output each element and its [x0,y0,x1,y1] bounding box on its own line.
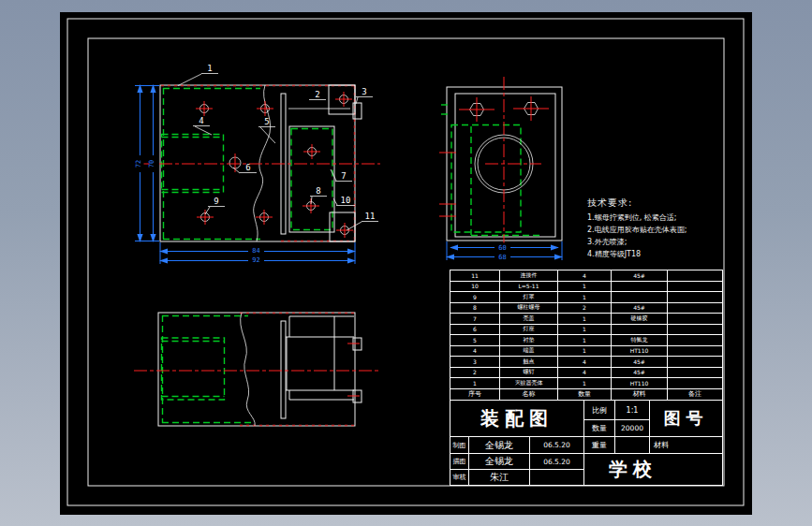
part-no: 8 [450,303,500,314]
checked-by-name: 朱江 [469,470,530,485]
part-remark [668,282,722,293]
tech-req-line: 2.电线应用胶布贴在壳体表面; [587,224,737,236]
col-header-no: 序号 [450,389,500,401]
material-label: 材料 [650,437,722,454]
traced-by-name: 全锡龙 [469,454,530,470]
svg-text:2: 2 [315,90,319,99]
part-remark [668,357,722,368]
dim-side-width-outer: 68 [498,254,506,261]
technical-requirements: 技术要求: 1.螺母拧紧到位, 松紧合适; 2.电线应用胶布贴在壳体表面; 3.… [587,197,737,260]
balloon-9: 9 [205,197,225,214]
part-material [612,282,668,293]
part-name: 灯罩 [500,292,558,303]
svg-text:11: 11 [365,212,376,221]
dim-front-height-inner: 70 [148,160,155,168]
part-qty: 1 [558,335,612,346]
balloon-5: 5 [258,117,275,143]
side-view [439,77,562,245]
part-remark [668,292,722,303]
part-remark [668,270,722,282]
tech-req-line: 1.螺母拧紧到位, 松紧合适; [587,212,737,224]
tech-req-line: 4.精度等级JT18 [587,248,737,260]
part-qty: 1 [558,346,612,358]
checked-date [530,470,584,485]
part-no: 3 [450,357,500,368]
col-header-qty: 数量 [558,389,612,401]
part-remark [668,325,722,336]
part-remark [668,335,722,346]
col-header-material: 材料 [612,389,668,401]
part-qty: 4 [558,368,612,379]
balloon-3: 3 [356,87,373,104]
part-name: 灭蚊器壳体 [500,378,558,389]
part-no: 9 [450,292,500,303]
part-material [612,325,668,336]
balloon-1: 1 [178,64,218,86]
part-qty: 1 [558,325,612,336]
qty-value: 20000 [615,420,650,437]
traced-date: 06.5.20 [530,454,584,470]
part-name: 衬垫 [500,335,558,346]
part-remark [668,378,722,389]
dim-side-width-inner: 60 [498,244,506,252]
part-material: 45# [612,368,668,379]
part-name: 触点 [500,357,558,368]
part-name: 壳盖 [500,314,558,325]
title-block: 装配图 比例 1:1 数量 20000 图号 重量 材料 制图 全锡龙 06.5… [450,400,723,486]
part-remark [668,368,722,379]
balloon-11: 11 [347,212,378,230]
part-no: 11 [450,270,500,282]
part-no: 7 [450,314,500,325]
dim-front-width-inner: 84 [252,247,259,255]
balloon-10: 10 [333,196,355,206]
balloon-4: 4 [193,116,212,135]
made-date: 06.5.20 [530,437,584,454]
made-by-name: 全锡龙 [469,437,530,454]
part-material: HT110 [612,378,668,389]
weight-value [615,437,650,454]
dim-front-height-outer: 72 [135,160,142,168]
part-qty: 1 [558,314,612,325]
part-material: 45# [612,357,668,368]
part-name: 灯座 [500,325,558,336]
part-material: 45# [612,303,668,314]
part-name: 端盖 [500,346,558,358]
weight-label: 重量 [584,437,615,454]
part-material: 45# [612,270,668,282]
dim-front-width-outer: 92 [252,256,259,264]
svg-text:6: 6 [245,163,250,172]
balloon-7: 7 [331,169,352,182]
part-no: 6 [450,325,500,336]
part-remark [668,314,722,325]
part-material [612,292,668,303]
col-header-name: 名称 [500,389,558,401]
part-qty: 1 [558,292,612,303]
part-remark [668,303,722,314]
balloon-8: 8 [310,186,327,204]
scale-label: 比例 [584,401,615,420]
cad-drawing-page: 1 2 3 4 5 6 7 8 9 10 11 72 70 [0,0,812,526]
part-qty: 2 [558,303,612,314]
drawing-number: 图号 [650,401,722,437]
part-no: 5 [450,335,500,346]
svg-text:1: 1 [207,64,212,73]
col-header-remark: 备注 [668,389,722,401]
parts-list-table: 11 连接件 4 45# 10 L=5-11 1 9 灯罩 1 8 螺柱螺母 2… [450,270,723,401]
school-name: 学校 [584,454,722,485]
svg-text:3: 3 [362,87,366,96]
part-name: 螺钉 [500,368,558,379]
checked-by-label: 审核 [450,470,469,485]
part-qty: 1 [558,378,612,389]
part-qty: 4 [558,270,612,282]
traced-by-label: 描图 [450,454,469,470]
scale-value: 1:1 [615,401,650,420]
part-qty: 4 [558,357,612,368]
made-by-label: 制图 [450,437,469,454]
part-name: 连接件 [500,270,558,282]
qty-label: 数量 [584,420,615,437]
drawing-title: 装配图 [450,401,584,437]
part-no: 10 [450,282,500,293]
part-name: 螺柱螺母 [500,303,558,314]
svg-text:8: 8 [316,186,320,196]
part-material: HT110 [612,346,668,358]
